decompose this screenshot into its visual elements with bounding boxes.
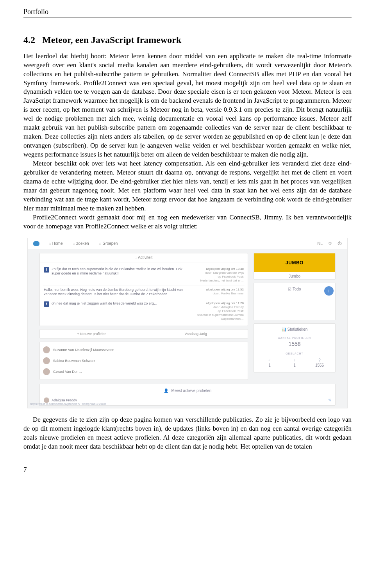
paragraph-4: De gegevens die te zien zijn op deze pag… (23, 415, 352, 451)
nav-groups[interactable]: Groepen (99, 241, 118, 246)
feed-meta: afgelopen vrijdag om 13:38 door: Margree… (193, 267, 244, 283)
gear-icon[interactable]: ⚙ (328, 241, 332, 246)
paragraph-3: Profile2Connect wordt gemaakt door mij e… (23, 213, 352, 231)
profile-row[interactable]: Sabina Bouwman-Schwarz (43, 355, 245, 366)
feed-item[interactable]: f oh nee dat mag je niet zeggen want de … (43, 299, 245, 323)
activity-header: ↕ Activiteit (40, 253, 248, 262)
paragraph-2: Meteor beschikt ook over iets wat heet l… (23, 159, 352, 213)
stat-label: GESLACHT (257, 352, 332, 355)
feed-item[interactable]: Hallo, hier ben ik weer. Nog niets van d… (43, 285, 245, 299)
avatar (43, 346, 50, 353)
feed-text: oh nee dat mag je niet zeggen want de tw… (52, 301, 190, 306)
male-icon: ♂ (257, 358, 282, 363)
profile-row[interactable]: Suzanne Van IJsselenzijl-Maarsseveen (43, 344, 245, 355)
todo-card: ☑ Todo + (254, 283, 336, 321)
jumbo-label: Jumbo (254, 272, 335, 279)
stats-header: Statistieken (288, 327, 308, 331)
jumbo-logo: JUMBO (254, 253, 335, 272)
arrows-icon: ⇅ (328, 398, 331, 403)
activity-card: ↕ Activiteit f Zo fijn dat er toch een s… (39, 253, 248, 326)
gender-row: ♂1 ♀1 ?1556 (257, 356, 332, 370)
active-profiles-header: Meest actieve profielen (171, 388, 212, 394)
profile-row[interactable]: Gerard Van Der … (43, 366, 245, 377)
app-screenshot: Home zoeken Groepen NL ⚙ ⏻ ↕ Activiteit … (27, 238, 348, 408)
new-profiles-tab[interactable]: + Nieuwe profielen (40, 330, 144, 338)
feed-text: Zo fijn dat er toch een supermarkt is di… (52, 267, 190, 276)
nav: Home zoeken Groepen (49, 241, 118, 246)
section-heading: 4.2Meteor, een JavaScript framework (23, 34, 352, 46)
stat-label: AANTAL PROFIELEN (257, 336, 332, 340)
unknown-icon: ? (307, 358, 332, 363)
lang-selector[interactable]: NL (317, 241, 323, 246)
birthday-tab[interactable]: Vandaag Jarig (144, 330, 248, 338)
avatar (43, 357, 50, 364)
avatar (43, 368, 50, 375)
running-header: Portfolio (23, 7, 352, 18)
url-footer: https://profile.connectsb.nl/profielen/T… (30, 402, 106, 406)
todo-header: Todo (293, 287, 301, 291)
feed-meta: afgelopen vrijdag om 11:53 door: Marike … (193, 288, 244, 297)
facebook-icon: f (44, 267, 49, 273)
nav-home[interactable]: Home (49, 241, 63, 246)
stat-value: 1558 (257, 340, 332, 350)
client-logo-card: JUMBO Jumbo (254, 253, 336, 280)
feed-meta: afgelopen vrijdag om 11:20 door: Adalgis… (193, 301, 244, 321)
section-number: 4.2 (23, 35, 35, 45)
section-title: Meteor, een JavaScript framework (42, 35, 181, 45)
feed-item[interactable]: f Zo fijn dat er toch een supermarkt is … (43, 265, 245, 285)
profiles-card: Suzanne Van IJsselenzijl-Maarsseveen Sab… (39, 342, 248, 380)
female-icon: ♀ (282, 358, 307, 363)
app-logo-icon[interactable] (33, 241, 39, 246)
page-number: 7 (23, 465, 352, 474)
add-todo-button[interactable]: + (324, 286, 334, 296)
facebook-icon: f (44, 301, 49, 307)
topbar: Home zoeken Groepen NL ⚙ ⏻ (28, 238, 347, 249)
feed-text: Hallo, hier ben ik weer. Nog niets van d… (44, 288, 190, 297)
nav-search[interactable]: zoeken (73, 241, 89, 246)
active-profile-row[interactable]: Adalgisa Freddy ⇅ (43, 395, 332, 403)
split-card: + Nieuwe profielen Vandaag Jarig (39, 329, 248, 339)
paragraph-1: Het leerdoel dat hierbij hoort: Meteor l… (23, 52, 352, 159)
stats-card: 📊 Statistieken AANTAL PROFIELEN 1558 GES… (254, 323, 336, 372)
power-icon[interactable]: ⏻ (338, 241, 342, 246)
